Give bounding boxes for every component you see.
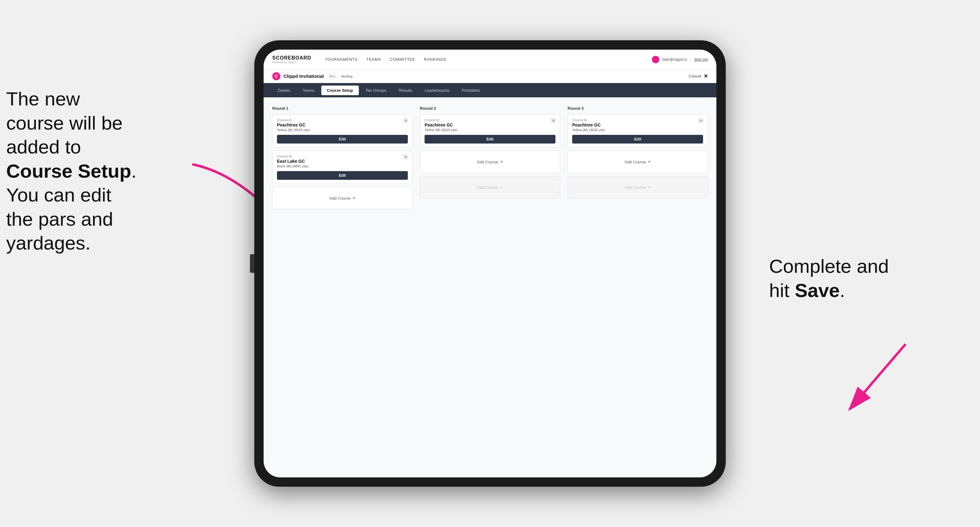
- round2-add-course-label: Add Course: [477, 160, 498, 164]
- tablet-screen: SCOREBOARD Powered by clippd TOURNAMENTS…: [264, 49, 716, 478]
- user-avatar: [652, 56, 659, 63]
- round3-add-plus-icon: +: [648, 159, 651, 165]
- round3-add-course-disabled-label: Add Course: [625, 185, 646, 190]
- user-email: blair@clippd.io: [662, 57, 687, 62]
- round1-course-b-edit[interactable]: Edit: [277, 171, 408, 180]
- round3-course-a-card: ✕ (Course A) Peachtree GC Yellow (M) (66…: [568, 114, 708, 148]
- round1-course-b-label: (Course B): [277, 155, 408, 158]
- tablet-side-button: [250, 254, 254, 273]
- round3-add-course-label: Add Course: [625, 160, 646, 164]
- sign-out-link[interactable]: Sign out: [694, 57, 708, 62]
- tournament-bar: C Clippd Invitational Men Hosting Cancel…: [264, 70, 716, 83]
- rounds-grid: Round 1 ✕ (Course A) Peachtree GC Yellow…: [272, 106, 708, 212]
- tab-leaderboards[interactable]: Leaderboards: [419, 86, 455, 95]
- round2-add-plus-disabled-icon: +: [500, 184, 503, 190]
- round1-course-a-tee: Yellow (M) (6629 yds): [277, 128, 408, 132]
- tab-printables[interactable]: Printables: [456, 86, 485, 95]
- round3-course-a-tee: Yellow (M) (6629 yds): [572, 128, 703, 132]
- annotation-right: Complete and hit Save.: [769, 254, 955, 302]
- round1-course-a-delete[interactable]: ✕: [403, 118, 409, 123]
- round3-add-course-disabled: Add Course +: [568, 176, 708, 198]
- scoreboard-logo: SCOREBOARD: [272, 55, 311, 61]
- tournament-gender: Men: [327, 73, 338, 79]
- round2-course-a-edit[interactable]: Edit: [425, 135, 555, 143]
- round1-add-plus-icon: +: [353, 195, 355, 201]
- round-3-label: Round 3: [568, 106, 708, 111]
- tablet-frame: SCOREBOARD Powered by clippd TOURNAMENTS…: [254, 40, 726, 487]
- round3-add-course[interactable]: Add Course +: [568, 151, 708, 173]
- round1-course-a-name: Peachtree GC: [277, 122, 408, 127]
- round3-course-a-name: Peachtree GC: [572, 122, 703, 127]
- round-3-col: Round 3 ✕ (Course A) Peachtree GC Yellow…: [568, 106, 708, 212]
- round1-add-course-label: Add Course: [329, 196, 351, 200]
- round1-course-a-card: ✕ (Course A) Peachtree GC Yellow (M) (66…: [272, 114, 412, 148]
- round2-add-course-disabled: Add Course +: [420, 176, 560, 198]
- logo-area: SCOREBOARD Powered by clippd: [272, 55, 311, 64]
- nav-committee[interactable]: COMMITTEE: [390, 57, 415, 62]
- clippd-logo: C: [272, 72, 280, 80]
- round3-course-a-label: (Course A): [572, 118, 703, 122]
- round1-add-course[interactable]: Add Course +: [272, 187, 412, 209]
- hosting-badge: Hosting: [341, 75, 352, 78]
- round2-course-a-name: Peachtree GC: [425, 122, 555, 127]
- round3-course-a-delete[interactable]: ✕: [698, 118, 704, 123]
- round3-add-plus-disabled-icon: +: [648, 184, 651, 190]
- round-1-col: Round 1 ✕ (Course A) Peachtree GC Yellow…: [272, 106, 412, 212]
- tab-tee-groups[interactable]: Tee Groups: [360, 86, 392, 95]
- round-2-label: Round 2: [420, 106, 560, 111]
- round2-course-a-label: (Course A): [425, 118, 555, 122]
- round1-course-a-edit[interactable]: Edit: [277, 135, 408, 143]
- round-2-col: Round 2 ✕ (Course A) Peachtree GC Yellow…: [420, 106, 560, 212]
- tournament-name: Clippd Invitational: [283, 73, 324, 79]
- cancel-icon: ✕: [704, 73, 708, 79]
- nav-items: TOURNAMENTS TEAMS COMMITTEE RANKINGS: [325, 57, 642, 62]
- nav-rankings[interactable]: RANKINGS: [424, 57, 446, 62]
- round2-add-course-disabled-label: Add Course: [477, 185, 498, 190]
- content-area: Round 1 ✕ (Course A) Peachtree GC Yellow…: [264, 97, 716, 478]
- round2-add-plus-icon: +: [500, 159, 503, 165]
- logo-subtitle: Powered by clippd: [272, 61, 311, 64]
- round2-course-a-card: ✕ (Course A) Peachtree GC Yellow (M) (66…: [420, 114, 560, 148]
- tab-teams[interactable]: Teams: [297, 86, 320, 95]
- round1-course-b-card: ✕ (Course B) East Lake GC Black (M) (689…: [272, 151, 412, 184]
- round1-course-b-tee: Black (M) (6891 yds): [277, 164, 408, 168]
- top-nav: SCOREBOARD Powered by clippd TOURNAMENTS…: [264, 49, 716, 70]
- tab-results[interactable]: Results: [393, 86, 418, 95]
- round1-course-b-delete[interactable]: ✕: [403, 154, 409, 160]
- round2-course-a-delete[interactable]: ✕: [550, 118, 556, 123]
- tab-bar: Details Teams Course Setup Tee Groups Re…: [264, 83, 716, 97]
- tab-course-setup[interactable]: Course Setup: [321, 86, 359, 95]
- tournament-left: C Clippd Invitational Men Hosting: [272, 72, 353, 80]
- tab-details[interactable]: Details: [272, 86, 296, 95]
- cancel-button[interactable]: Cancel ✕: [689, 73, 708, 79]
- nav-tournaments[interactable]: TOURNAMENTS: [325, 57, 358, 62]
- annotation-arrow-right: [831, 335, 918, 422]
- cancel-label: Cancel: [689, 74, 701, 78]
- nav-right: blair@clippd.io | Sign out: [652, 56, 708, 63]
- round1-course-b-name: East Lake GC: [277, 159, 408, 163]
- round2-add-course[interactable]: Add Course +: [420, 151, 560, 173]
- round-1-label: Round 1: [272, 106, 412, 111]
- round3-course-a-edit[interactable]: Edit: [572, 135, 703, 143]
- nav-teams[interactable]: TEAMS: [366, 57, 381, 62]
- round2-course-a-tee: Yellow (M) (6629 yds): [425, 128, 555, 132]
- round1-course-a-label: (Course A): [277, 118, 408, 122]
